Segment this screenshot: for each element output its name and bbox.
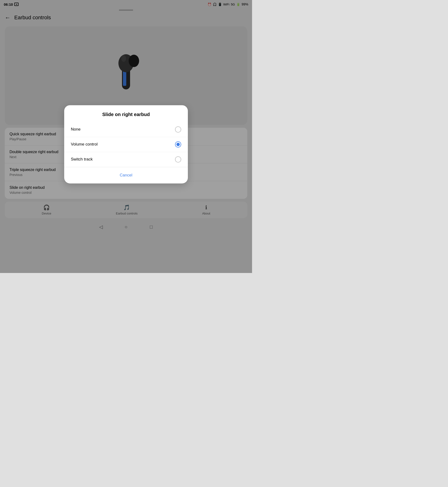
dialog-option-volume[interactable]: Volume control — [64, 137, 188, 152]
dialog-cancel-row: Cancel — [64, 167, 188, 183]
dialog-option-none[interactable]: None — [64, 122, 188, 137]
option-volume-label: Volume control — [71, 142, 97, 147]
dialog-title: Slide on right earbud — [64, 112, 188, 117]
cancel-button[interactable]: Cancel — [110, 171, 142, 180]
option-none-label: None — [71, 127, 81, 132]
radio-volume-inner — [176, 143, 180, 146]
radio-switch — [175, 156, 181, 162]
dialog-option-switch[interactable]: Switch track — [64, 152, 188, 167]
radio-volume — [175, 141, 181, 147]
radio-none — [175, 126, 181, 132]
option-switch-label: Switch track — [71, 157, 93, 162]
slide-option-dialog: Slide on right earbud None Volume contro… — [64, 105, 188, 183]
